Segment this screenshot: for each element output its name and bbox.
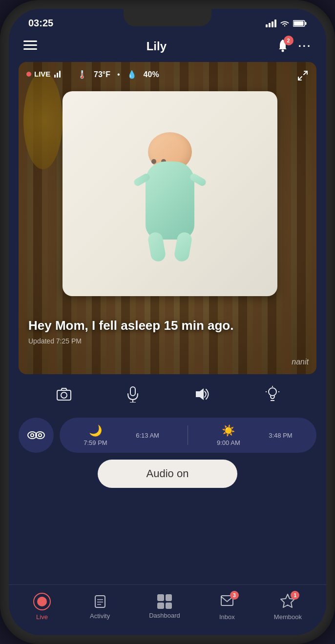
svg-rect-7 [23,40,37,42]
svg-rect-28 [95,596,105,607]
nav-activity[interactable]: Activity [90,594,110,620]
svg-point-24 [31,434,33,436]
nanit-watermark: nanit [292,358,309,366]
microphone-button[interactable] [127,386,139,406]
light-button[interactable] [266,386,279,406]
inbox-icon-container: 3 [219,593,235,610]
dot-separator: • [117,70,120,79]
bottom-nav: Live Activity Dashboard [9,584,326,635]
phone-frame: 03:25 [0,0,335,644]
svg-rect-0 [266,24,268,27]
svg-rect-6 [305,22,307,25]
nav-inbox[interactable]: 3 Inbox [219,593,235,621]
live-nav-label: Live [36,613,48,621]
svg-point-12 [61,392,67,398]
live-label: LIVE [34,70,50,78]
dashboard-nav-label: Dashboard [149,612,180,619]
ai-message: Hey Mom, I fell asleep 15 min ago. [28,318,307,334]
moon-icon: 🌙 [89,424,102,437]
more-options-button[interactable]: ··· [298,40,312,53]
activity-nav-label: Activity [90,612,110,620]
screenshot-button[interactable] [56,387,72,404]
inbox-badge: 3 [230,591,239,600]
svg-rect-1 [269,23,271,27]
live-nav-icon [33,593,51,610]
membook-badge: 1 [291,591,299,600]
header-actions: 2 ··· [276,39,312,54]
svg-point-17 [269,388,276,396]
timeline-divider [188,425,188,445]
svg-point-27 [39,434,41,436]
header: Lily 2 ··· [9,34,326,62]
signal-bars [54,71,61,78]
night-start-time: 7:59 PM [84,439,107,446]
status-time: 03:25 [28,18,53,29]
svg-rect-13 [130,387,135,396]
camera-feed[interactable]: LIVE 🌡️ 73°F • 💧 40% [19,62,316,374]
camera-message: Hey Mom, I fell asleep 15 min ago. Updat… [28,318,307,345]
membook-nav-label: Membook [274,613,302,621]
svg-rect-9 [23,48,37,50]
sun-icon: ☀️ [222,424,235,437]
eyes-button[interactable] [19,418,54,453]
updated-time: Updated 7:25 PM [28,337,307,345]
humidity-icon: 💧 [127,70,137,79]
svg-rect-5 [294,21,304,25]
status-icons [266,20,307,27]
camera-controls [9,374,326,418]
phone-screen: 03:25 [9,9,326,635]
svg-rect-2 [272,21,273,27]
notch [124,9,211,26]
day-period: ☀️ 9:00 AM [217,424,240,446]
live-dot [26,72,31,77]
notification-badge: 2 [284,36,293,45]
svg-rect-8 [23,44,37,46]
nav-dashboard[interactable]: Dashboard [149,594,180,619]
night-period: 🌙 7:59 PM [84,424,107,446]
night-end-time: 6:13 AM [136,432,159,439]
hamburger-button[interactable] [23,40,37,53]
camera-stats: 🌡️ 73°F • 💧 40% [77,70,159,79]
humidity-value: 40% [144,70,159,79]
nav-live[interactable]: Live [33,593,51,621]
svg-point-10 [281,50,284,52]
svg-marker-16 [196,388,204,400]
wifi-icon [279,20,290,27]
battery-icon [293,20,307,27]
activity-icon [92,594,108,609]
sleep-timeline: 🌙 7:59 PM 6:13 AM ☀️ 9:00 AM 3:48 PM [60,418,316,453]
live-indicator: LIVE [26,70,61,78]
day-end-time: 3:48 PM [269,432,292,439]
svg-rect-3 [274,20,276,27]
notification-bell-button[interactable]: 2 [276,39,290,54]
camera-name-title: Lily [147,40,167,53]
thermometer-icon: 🌡️ [77,70,87,79]
signal-icon [266,20,276,27]
speaker-button[interactable] [194,387,210,404]
sleep-tracker: 🌙 7:59 PM 6:13 AM ☀️ 9:00 AM 3:48 PM [19,418,316,453]
inbox-nav-label: Inbox [219,613,235,621]
baby-figure [131,132,209,269]
audio-on-button[interactable]: Audio on [98,460,238,488]
audio-on-container: Audio on [9,460,326,488]
expand-button[interactable] [297,70,309,84]
temperature-value: 73°F [94,70,110,79]
live-nav-inner [37,597,47,606]
nav-membook[interactable]: 1 Membook [274,593,302,621]
dashboard-icon [157,594,172,609]
day-start-time: 9:00 AM [217,439,240,446]
membook-icon-container: 1 [280,593,295,610]
